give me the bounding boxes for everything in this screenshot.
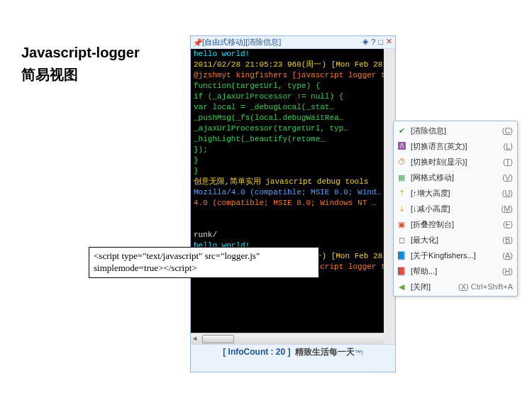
menu-icon: ▣ — [395, 220, 408, 229]
menu-item[interactable]: ◻[最大化](B) — [394, 232, 517, 248]
menu-label: [切换语言(英文)] — [411, 141, 467, 152]
panel-header: 📌 [自由式移动][清除信息] ◈ ? □ ✕ — [191, 36, 395, 49]
header-links: [自由式移动][清除信息] — [202, 37, 281, 48]
menu-icon: ⇣ — [395, 204, 408, 214]
menu-item[interactable]: 📘[关于Kingfishers...](A) — [394, 248, 517, 263]
log-line: runk/ — [191, 230, 384, 240]
log-line: _highLight(_beautify(retome_ — [191, 134, 384, 145]
script-hint-box: <script type="text/javascript" src="logg… — [89, 247, 319, 278]
log-line: } — [191, 166, 384, 177]
menu-shortcut: (A) — [498, 251, 513, 260]
diamond-icon[interactable]: ◈ — [362, 37, 368, 46]
pin-toggle-icon[interactable]: □ — [378, 38, 383, 46]
menu-icon: 🅰 — [395, 142, 408, 150]
menu-label: [↑增大高度] — [411, 188, 450, 199]
panel-footer: [ InfoCount : 20 ] 精致生活每一天™! — [191, 344, 395, 372]
menu-label: [清除信息] — [411, 126, 446, 136]
log-line: }); — [191, 145, 384, 155]
menu-icon: 📕 — [395, 267, 408, 276]
menu-label: [关闭] — [411, 282, 431, 292]
menu-item[interactable]: ⏱[切换时刻(显示)](T) — [394, 154, 517, 170]
log-line: @jzshmyt kingfishers [javascript logger … — [191, 70, 384, 81]
page-title: Javascript-logger — [21, 41, 140, 64]
log-line: 2011/02/28 21:05:23 968(周一) [Mon Feb 28 … — [191, 60, 384, 70]
pin-icon[interactable]: 📌 — [193, 38, 203, 48]
menu-label: [关于Kingfishers...] — [411, 250, 476, 261]
menu-icon: ▦ — [395, 173, 408, 182]
log-line: 4.0 (compatible; MSIE 8.0; Windows NT … — [191, 198, 384, 209]
horizontal-scrollbar[interactable] — [191, 333, 395, 344]
logger-panel: 📌 [自由式移动][清除信息] ◈ ? □ ✕ hello world! 201… — [190, 35, 396, 372]
menu-label: [↓减小高度] — [411, 204, 450, 214]
log-line: _pushMsg(_fs(local.debugWaitRea… — [191, 113, 384, 123]
page-subtitle: 简易视图 — [21, 65, 78, 84]
menu-icon: 📘 — [395, 251, 408, 260]
menu-shortcut: (T) — [499, 157, 513, 166]
menu-shortcut: (U) — [498, 189, 513, 197]
console-output: hello world! 2011/02/28 21:05:23 968(周一)… — [191, 49, 395, 344]
close-icon[interactable]: ✕ — [386, 37, 392, 46]
help-icon[interactable]: ? — [371, 38, 375, 46]
footer-slogan: 精致生活每一天 — [295, 347, 355, 357]
menu-item[interactable]: ◀[关闭](X) Ctrl+Shift+A — [394, 279, 517, 294]
log-line: } — [191, 155, 384, 166]
menu-shortcut: (M) — [497, 204, 513, 213]
log-line: 创意无限,简单实用 javascript debug tools — [191, 177, 384, 187]
menu-shortcut: (V) — [498, 173, 513, 182]
menu-shortcut: (F) — [499, 220, 513, 228]
log-line: var local = _debugLocal(_stat… — [191, 102, 384, 113]
menu-item[interactable]: ▦[网格式移动](V) — [394, 170, 517, 185]
menu-shortcut: (X) Ctrl+Shift+A — [454, 282, 513, 291]
menu-label: [最大化] — [411, 235, 438, 245]
menu-shortcut: (B) — [498, 236, 513, 244]
log-line: if (_ajaxUrlProcessor != null) { — [191, 92, 384, 102]
menu-item[interactable]: 🅰[切换语言(英文)](L) — [394, 138, 517, 154]
menu-shortcut: (L) — [499, 142, 513, 150]
menu-label: [网格式移动] — [411, 172, 454, 183]
menu-icon: ✔ — [395, 126, 408, 135]
log-line: Mozilla/4.0 (compatible; MSIE 8.0; Wind… — [191, 187, 384, 198]
menu-item[interactable]: ⇡[↑增大高度](U) — [394, 185, 517, 201]
menu-item[interactable]: ⇣[↓减小高度](M) — [394, 201, 517, 216]
menu-item[interactable]: ✔[清除信息](C) — [394, 123, 517, 138]
menu-label: [切换时刻(显示)] — [411, 157, 467, 167]
menu-icon: ⇡ — [395, 189, 408, 198]
menu-item[interactable]: 📕[帮助...](H) — [394, 263, 517, 279]
log-line: function(targetUrl, type) { — [191, 81, 384, 92]
menu-label: [帮助...] — [411, 266, 437, 277]
trademark: ™! — [355, 349, 363, 356]
menu-label: [折叠控制台] — [411, 219, 454, 230]
menu-shortcut: (H) — [498, 267, 513, 275]
info-count: [ InfoCount : 20 ] — [223, 347, 290, 357]
clear-link[interactable]: [清除信息] — [245, 38, 281, 46]
context-menu: ✔[清除信息](C)🅰[切换语言(英文)](L)⏱[切换时刻(显示)](T)▦[… — [393, 121, 518, 297]
menu-icon: ◀ — [395, 282, 408, 292]
menu-item[interactable]: ▣[折叠控制台](F) — [394, 216, 517, 232]
menu-icon: ◻ — [395, 236, 408, 245]
free-move-link[interactable]: [自由式移动] — [202, 38, 245, 46]
menu-shortcut: (C) — [498, 126, 513, 135]
log-line: hello world! — [191, 49, 384, 60]
log-line: _ajaxUrlProcessor(targetUrl, typ… — [191, 123, 384, 134]
menu-icon: ⏱ — [395, 157, 408, 166]
